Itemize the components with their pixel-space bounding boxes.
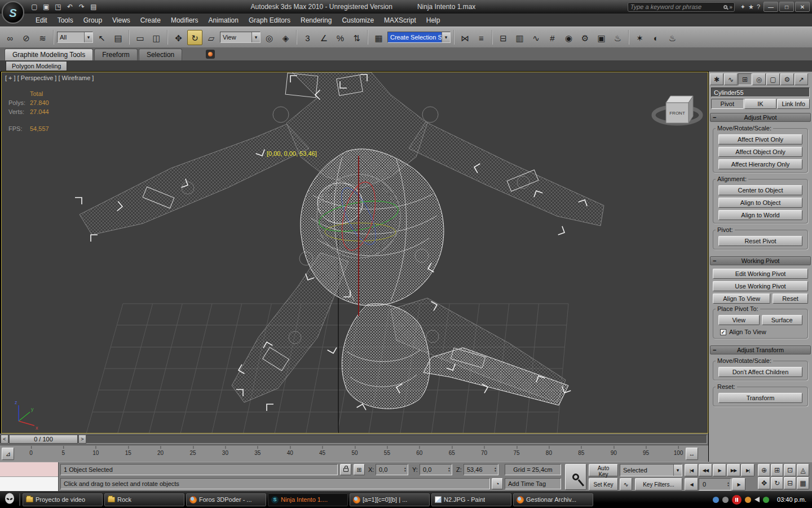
align-to-view-button[interactable]: Align To View xyxy=(713,294,770,304)
new-scene-icon[interactable]: ▢ xyxy=(29,2,39,12)
material-editor-button[interactable]: ◉ xyxy=(561,30,576,45)
rendered-frame-window-button[interactable]: ▣ xyxy=(594,30,609,45)
rollout-adjust-pivot[interactable]: − Adjust Pivot xyxy=(710,113,811,122)
chevron-down-icon[interactable]: ▾ xyxy=(673,465,682,476)
percent-snap-toggle-button[interactable]: % xyxy=(333,30,348,45)
application-menu-button[interactable]: S xyxy=(2,1,24,24)
previous-key-button[interactable]: ◀◀ xyxy=(699,464,712,476)
previous-frame-arrow[interactable]: < xyxy=(1,435,8,444)
taskbar-a-1-c-0-b[interactable]: [a=1][c=0][b] | ... xyxy=(350,493,430,506)
search-go-icon[interactable]: » xyxy=(729,4,732,10)
timeline-frame-65[interactable]: 65 xyxy=(449,450,455,456)
zoom-button[interactable]: ⊕ xyxy=(758,464,770,476)
spinner-icon[interactable]: ▲▼ xyxy=(727,481,730,487)
select-and-scale-button[interactable]: ▱ xyxy=(204,30,219,45)
reset-pivot-button[interactable]: Reset Pivot xyxy=(718,236,802,246)
menu-group[interactable]: Group xyxy=(78,15,107,26)
use-working-pivot-button[interactable]: Use Working Pivot xyxy=(713,281,808,291)
create-panel-tab[interactable]: ✱ xyxy=(710,73,723,85)
place-pivot-view-button[interactable]: View xyxy=(718,315,760,325)
y-coordinate-field[interactable]: 0,0▲▼ xyxy=(420,464,452,475)
timeline-frame-55[interactable]: 55 xyxy=(384,450,390,456)
center-to-object-button[interactable]: Center to Object xyxy=(718,185,802,195)
schematic-view-button[interactable]: # xyxy=(545,30,560,45)
snaps-toggle-button[interactable]: 3 xyxy=(300,30,315,45)
listener-script-pane[interactable] xyxy=(0,477,58,491)
zoom-all-button[interactable]: ⊞ xyxy=(771,464,783,476)
spinner-snap-toggle-button[interactable]: ⇅ xyxy=(349,30,364,45)
named-selection-sets-dropdown[interactable]: Create Selection Se▾ xyxy=(387,32,451,43)
curve-editor-button[interactable]: ∿ xyxy=(528,30,544,45)
align-to-view-checkbox[interactable]: ✓ xyxy=(720,329,726,335)
timeline-frame-70[interactable]: 70 xyxy=(481,450,487,456)
render-iterative-button[interactable]: ✶ xyxy=(632,30,647,45)
select-and-manipulate-button[interactable]: ◈ xyxy=(278,30,293,45)
pivot-tab[interactable]: Pivot xyxy=(711,99,744,109)
absolute-mode-toggle[interactable]: ⊞ xyxy=(354,464,365,475)
edit-named-selection-sets-button[interactable]: ▦ xyxy=(371,30,386,45)
tab-freeform[interactable]: Freeform xyxy=(94,49,138,60)
communication-center-icon[interactable]: ✦ xyxy=(740,3,745,11)
render-production-button[interactable]: ♨ xyxy=(610,30,625,45)
time-slider-track[interactable] xyxy=(0,435,707,444)
rollout-adjust-transform[interactable]: − Adjust Transform xyxy=(710,345,811,354)
messenger-tray-icon[interactable] xyxy=(713,497,719,503)
maximize-viewport-toggle-button[interactable]: ▦ xyxy=(797,477,809,489)
display-panel-tab[interactable]: ▢ xyxy=(766,73,780,85)
menu-customize[interactable]: Customize xyxy=(337,15,379,26)
timeline-frame-100[interactable]: 100 xyxy=(674,450,683,456)
reset-transform-button[interactable]: Transform xyxy=(718,393,802,403)
menu-edit[interactable]: Edit xyxy=(30,15,52,26)
activeshade-button[interactable]: ◐ xyxy=(648,30,664,45)
taskbar-gestionar-archiv[interactable]: Gestionar Archiv... xyxy=(513,493,593,506)
graphite-ribbon-toggle-button[interactable]: ▥ xyxy=(512,30,527,45)
listener-macro-pane[interactable] xyxy=(0,462,58,477)
affect-pivot-only-button[interactable]: Affect Pivot Only xyxy=(718,134,802,144)
motion-panel-tab[interactable]: ◎ xyxy=(752,73,766,85)
set-key-button[interactable]: Set Key xyxy=(589,478,618,491)
tab-polygon-modeling[interactable]: Polygon Modeling xyxy=(6,61,67,71)
next-key-button[interactable]: ▶▶ xyxy=(727,464,740,476)
maximize-button[interactable]: □ xyxy=(779,2,794,12)
timeline-frame-10[interactable]: 10 xyxy=(92,450,99,456)
selection-lock-toggle[interactable] xyxy=(340,464,351,475)
taskbar-ninja-intento-1[interactable]: SNinja Intento 1.... xyxy=(268,493,348,506)
angle-snap-toggle-button[interactable]: ∠ xyxy=(316,30,332,45)
timeline-frame-45[interactable]: 45 xyxy=(319,450,325,456)
viewport-canvas[interactable]: FRONT x y z xyxy=(2,72,708,433)
place-pivot-surface-button[interactable]: Surface xyxy=(762,315,803,325)
field-of-view-button[interactable]: ◬ xyxy=(797,464,809,476)
default-tangent-button[interactable]: ∿ xyxy=(620,478,632,491)
select-and-move-button[interactable]: ✥ xyxy=(171,30,186,45)
add-time-tag[interactable]: Add Time Tag xyxy=(505,478,561,489)
object-name-field[interactable] xyxy=(711,87,810,97)
rectangular-selection-region-button[interactable]: ▭ xyxy=(133,30,148,45)
timeline-frame-40[interactable]: 40 xyxy=(287,450,293,456)
rollup-panel-tab[interactable]: ↗ xyxy=(795,73,808,85)
timeline-frame-5[interactable]: 5 xyxy=(62,450,65,456)
menu-maxscript[interactable]: MAXScript xyxy=(379,15,421,26)
timeline-frame-20[interactable]: 20 xyxy=(157,450,164,456)
viewcube-front-face[interactable]: FRONT xyxy=(669,111,685,116)
project-scheme-icon[interactable]: ▤ xyxy=(89,2,99,12)
close-button[interactable]: ✕ xyxy=(795,2,810,12)
timeline-frame-35[interactable]: 35 xyxy=(254,450,261,456)
play-animation-button[interactable]: ▶ xyxy=(713,464,726,476)
previous-frame-button[interactable]: ◀ xyxy=(685,478,698,491)
align-button[interactable]: ≡ xyxy=(474,30,489,45)
x-coordinate-field[interactable]: 0,0▲▼ xyxy=(376,464,408,475)
edit-working-pivot-button[interactable]: Edit Working Pivot xyxy=(713,269,808,279)
timeline-frame-95[interactable]: 95 xyxy=(643,450,649,456)
help-icon[interactable]: ? xyxy=(757,3,760,10)
key-filters-button[interactable]: Key Filters... xyxy=(635,478,682,491)
search-icon[interactable] xyxy=(723,5,727,9)
select-and-rotate-button[interactable]: ↻ xyxy=(187,30,202,45)
auto-key-button[interactable]: Auto Key xyxy=(589,464,618,476)
time-tag-icon[interactable]: ◔ xyxy=(492,478,503,489)
antivirus-tray-icon[interactable] xyxy=(763,497,769,503)
timeline-frame-0[interactable]: 0 xyxy=(29,450,33,456)
timeline-frame-25[interactable]: 25 xyxy=(189,450,196,456)
bind-to-space-warp-button[interactable]: ≋ xyxy=(35,30,50,45)
ribbon-help-icon[interactable] xyxy=(206,50,215,59)
unlink-selection-button[interactable]: ⊘ xyxy=(19,30,34,45)
